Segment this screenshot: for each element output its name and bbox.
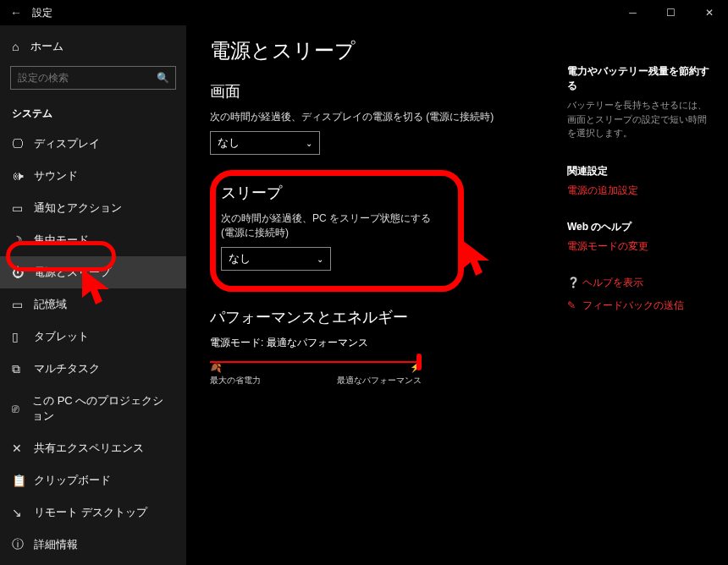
- multitask-icon: ⧉: [12, 362, 34, 376]
- related-heading: 関連設定: [567, 164, 709, 178]
- screen-sub: 次の時間が経過後、ディスプレイの電源を切る (電源に接続時): [210, 110, 535, 124]
- right-panel: 電力やバッテリー残量を節約する バッテリーを長持ちさせるには、画面とスリープの設…: [559, 25, 728, 565]
- sidebar-item-notifications[interactable]: ▭ 通知とアクション: [0, 192, 186, 224]
- screen-heading: 画面: [210, 81, 535, 101]
- sound-icon: 🕪: [12, 169, 34, 183]
- sidebar-item-label: タブレット: [34, 329, 89, 344]
- search-input[interactable]: [10, 66, 176, 90]
- sidebar-item-focus[interactable]: ☽ 集中モード: [0, 224, 186, 256]
- minimize-button[interactable]: ─: [614, 0, 652, 25]
- slider-min-label: 最大の省電力: [210, 375, 261, 387]
- show-help-link[interactable]: ❔ヘルプを表示: [567, 276, 709, 290]
- focus-icon: ☽: [12, 233, 34, 247]
- sidebar-item-storage[interactable]: ▭ 記憶域: [0, 288, 186, 321]
- slider-max-label: 最適なパフォーマンス: [337, 375, 422, 387]
- tablet-icon: ▯: [12, 330, 34, 343]
- home-icon: ⌂: [12, 40, 30, 53]
- power-mode-slider[interactable]: [210, 357, 422, 359]
- close-button[interactable]: ✕: [690, 0, 728, 25]
- annotation-highlight-sleep: スリープ 次の時間が経過後、PC をスリープ状態にする (電源に接続時) なし …: [210, 170, 464, 292]
- maximize-button[interactable]: ☐: [652, 0, 690, 25]
- sidebar-item-power-sleep[interactable]: ⏻ 電源とスリープ: [0, 256, 186, 288]
- sidebar-item-label: 通知とアクション: [34, 200, 122, 216]
- sidebar-item-label: 記憶域: [34, 297, 67, 312]
- sleep-heading: スリープ: [221, 183, 443, 203]
- home-button[interactable]: ⌂ ホーム: [0, 32, 186, 61]
- leaf-icon: 🍂: [210, 362, 222, 373]
- clipboard-icon: 📋: [12, 474, 34, 487]
- additional-power-settings-link[interactable]: 電源の追加設定: [567, 184, 709, 198]
- sidebar-item-label: 共有エクスペリエンス: [34, 441, 144, 456]
- sidebar-item-projection[interactable]: ⎚ この PC へのプロジェクション: [0, 385, 186, 432]
- display-icon: 🖵: [12, 137, 34, 151]
- sleep-sub: 次の時間が経過後、PC をスリープ状態にする (電源に接続時): [221, 211, 443, 240]
- slider-thumb[interactable]: [416, 354, 422, 370]
- chevron-down-icon: ⌄: [317, 255, 323, 264]
- main-panel: 電源とスリープ 画面 次の時間が経過後、ディスプレイの電源を切る (電源に接続時…: [186, 25, 559, 565]
- home-label: ホーム: [30, 39, 63, 54]
- sidebar-item-label: ディスプレイ: [34, 136, 100, 151]
- sidebar-item-label: マルチタスク: [34, 361, 100, 376]
- shared-icon: ✕: [12, 442, 34, 455]
- sidebar-item-label: リモート デスクトップ: [34, 505, 147, 520]
- sidebar-item-about[interactable]: ⓘ 詳細情報: [0, 529, 186, 561]
- remote-icon: ↘: [12, 506, 34, 519]
- sidebar: ⌂ ホーム 🔍 システム 🖵 ディスプレイ 🕪 サウンド ▭ 通知とアクション …: [0, 25, 186, 565]
- sidebar-item-label: 詳細情報: [34, 537, 78, 552]
- info-icon: ⓘ: [12, 537, 34, 552]
- perf-mode-label: 電源モード: 最適なパフォーマンス: [210, 336, 535, 350]
- category-label: システム: [0, 100, 186, 128]
- sidebar-item-label: この PC へのプロジェクション: [32, 393, 174, 424]
- sidebar-item-shared-exp[interactable]: ✕ 共有エクスペリエンス: [0, 432, 186, 464]
- sidebar-item-multitask[interactable]: ⧉ マルチタスク: [0, 353, 186, 385]
- sleep-timeout-value: なし: [229, 251, 251, 266]
- page-title: 電源とスリープ: [210, 37, 535, 64]
- sidebar-item-clipboard[interactable]: 📋 クリップボード: [0, 464, 186, 496]
- help-icon: ❔: [567, 277, 582, 288]
- save-power-desc: バッテリーを長持ちさせるには、画面とスリープの設定で短い時間を選択します。: [567, 98, 709, 140]
- projection-icon: ⎚: [12, 402, 32, 415]
- sidebar-item-tablet[interactable]: ▯ タブレット: [0, 321, 186, 353]
- feedback-icon: ✎: [567, 299, 582, 311]
- window-controls: ─ ☐ ✕: [614, 0, 728, 25]
- sleep-timeout-dropdown[interactable]: なし ⌄: [221, 247, 331, 271]
- titlebar: ← 設定 ─ ☐ ✕: [0, 0, 728, 25]
- sidebar-item-label: 電源とスリープ: [34, 265, 111, 280]
- web-help-heading: Web のヘルプ: [567, 220, 709, 234]
- save-power-heading: 電力やバッテリー残量を節約する: [567, 64, 709, 93]
- notification-icon: ▭: [12, 201, 34, 215]
- sidebar-item-remote-desktop[interactable]: ↘ リモート デスクトップ: [0, 496, 186, 529]
- back-icon[interactable]: ←: [10, 6, 32, 19]
- sidebar-item-label: クリップボード: [34, 473, 111, 488]
- screen-timeout-dropdown[interactable]: なし ⌄: [210, 131, 320, 155]
- sidebar-item-label: サウンド: [34, 168, 78, 184]
- storage-icon: ▭: [12, 298, 34, 311]
- power-mode-help-link[interactable]: 電源モードの変更: [567, 239, 709, 254]
- sidebar-item-label: 集中モード: [34, 233, 89, 248]
- perf-heading: パフォーマンスとエネルギー: [210, 307, 535, 327]
- sidebar-item-sound[interactable]: 🕪 サウンド: [0, 160, 186, 192]
- sidebar-item-display[interactable]: 🖵 ディスプレイ: [0, 128, 186, 160]
- power-icon: ⏻: [12, 266, 34, 279]
- screen-timeout-value: なし: [218, 135, 240, 151]
- feedback-link[interactable]: ✎フィードバックの送信: [567, 299, 709, 313]
- window-title: 設定: [32, 6, 52, 20]
- chevron-down-icon: ⌄: [306, 139, 312, 148]
